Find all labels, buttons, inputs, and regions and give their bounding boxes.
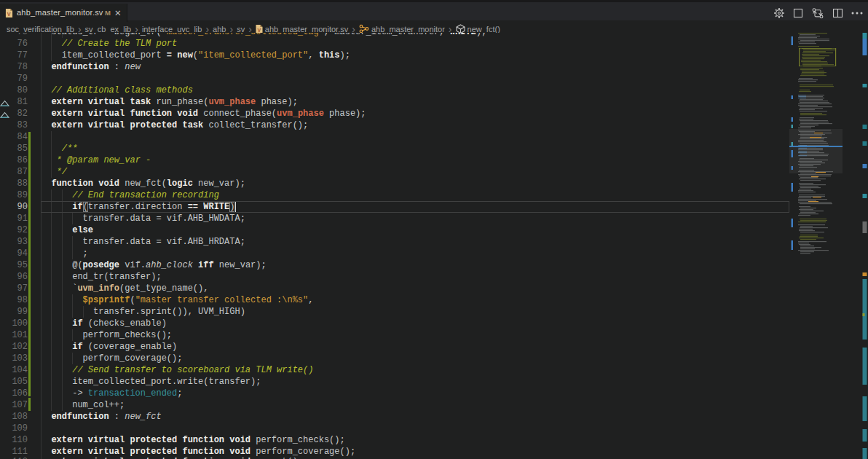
- svg-text:V: V: [7, 11, 11, 17]
- svg-text:V: V: [257, 28, 261, 33]
